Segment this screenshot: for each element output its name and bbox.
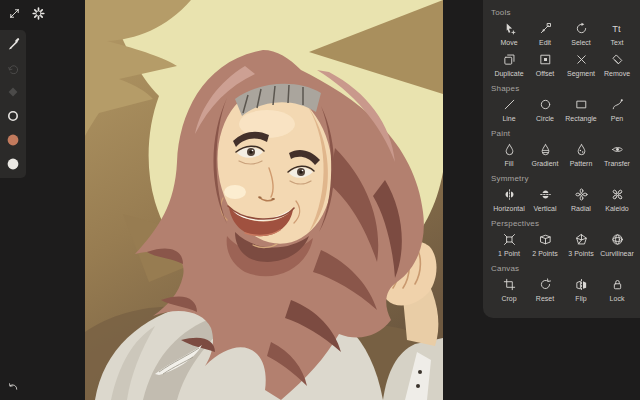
eraser-button[interactable]: [5, 84, 21, 100]
tool-duplicate[interactable]: Duplicate: [491, 50, 527, 81]
p3-icon: [575, 233, 588, 246]
tool-pen[interactable]: Pen: [599, 95, 635, 126]
tool-label: Remove: [604, 70, 630, 77]
sym_h-icon: [503, 188, 516, 201]
tool-label: Gradient: [532, 160, 559, 167]
section-header-tools: Tools: [491, 8, 635, 17]
section-header-paint: Paint: [491, 129, 635, 138]
tool-label: 1 Point: [498, 250, 520, 257]
tool-label: Transfer: [604, 160, 630, 167]
kaleido-icon: [611, 188, 624, 201]
tool-label: Horizontal: [493, 205, 525, 212]
tool-rectangle[interactable]: Rectangle: [563, 95, 599, 126]
tool-circle[interactable]: Circle: [527, 95, 563, 126]
tool-label: Radial: [571, 205, 591, 212]
settings-button[interactable]: [30, 5, 47, 22]
tool-1-point[interactable]: 1 Point: [491, 230, 527, 261]
tool-transfer[interactable]: Transfer: [599, 140, 635, 171]
tool-curvilinear[interactable]: Curvilinear: [599, 230, 635, 261]
lock-icon: [611, 278, 624, 291]
tool-label: Fill: [505, 160, 514, 167]
duplicate-icon: [503, 53, 516, 66]
tool-reset[interactable]: Reset: [527, 275, 563, 306]
tool-horizontal[interactable]: Horizontal: [491, 185, 527, 216]
ring-icon: [6, 109, 20, 123]
text-icon: Tt: [611, 22, 624, 35]
tool-select[interactable]: Select: [563, 19, 599, 50]
move-icon: [503, 22, 516, 35]
tool-label: Lock: [610, 295, 625, 302]
line-icon: [503, 98, 516, 111]
tool-fill[interactable]: Fill: [491, 140, 527, 171]
radial-icon: [575, 188, 588, 201]
section-header-canvas: Canvas: [491, 264, 635, 273]
drawing-canvas[interactable]: [85, 0, 443, 400]
tool-label: Edit: [539, 39, 551, 46]
tool-2-points[interactable]: 2 Points: [527, 230, 563, 261]
section-grid-canvas: CropResetFlipLock: [491, 275, 635, 306]
pen-icon: [611, 98, 624, 111]
crop-icon: [503, 278, 516, 291]
tool-label: Crop: [501, 295, 516, 302]
tool-label: 2 Points: [532, 250, 557, 257]
section-grid-paint: FillGradientPatternTransfer: [491, 140, 635, 171]
color-primary-button[interactable]: [5, 132, 21, 148]
tool-label: Pattern: [570, 160, 593, 167]
tool-pattern[interactable]: Pattern: [563, 140, 599, 171]
vector-drawing-app: ToolsMoveEditSelectTtTextDuplicateOffset…: [0, 0, 640, 400]
tool-label: 3 Points: [568, 250, 593, 257]
tool-flip[interactable]: Flip: [563, 275, 599, 306]
stroke-width-button[interactable]: [5, 108, 21, 124]
tool-label: Kaleido: [605, 205, 628, 212]
tool-label: Text: [611, 39, 624, 46]
tool-label: Segment: [567, 70, 595, 77]
tool-move[interactable]: Move: [491, 19, 527, 50]
gear-icon: [32, 7, 45, 20]
tool-lock[interactable]: Lock: [599, 275, 635, 306]
pattern-icon: [575, 143, 588, 156]
section-grid-tools: MoveEditSelectTtTextDuplicateOffsetSegme…: [491, 19, 635, 81]
tool-crop[interactable]: Crop: [491, 275, 527, 306]
redo-button[interactable]: [5, 60, 21, 76]
gradient-icon: [539, 143, 552, 156]
tool-segment[interactable]: Segment: [563, 50, 599, 81]
brush-button[interactable]: [5, 36, 21, 52]
tool-label: Circle: [536, 115, 554, 122]
curvi-icon: [611, 233, 624, 246]
collapse-button[interactable]: [6, 5, 23, 22]
tool-radial[interactable]: Radial: [563, 185, 599, 216]
tool-vertical[interactable]: Vertical: [527, 185, 563, 216]
reset-icon: [539, 278, 552, 291]
brush-icon: [6, 37, 20, 51]
tool-label: Curvilinear: [600, 250, 633, 257]
fill-icon: [503, 143, 516, 156]
color-secondary-button[interactable]: [5, 156, 21, 172]
section-grid-symmetry: HorizontalVerticalRadialKaleido: [491, 185, 635, 216]
transfer-icon: [611, 143, 624, 156]
tool-edit[interactable]: Edit: [527, 19, 563, 50]
tool-offset[interactable]: Offset: [527, 50, 563, 81]
sym_v-icon: [539, 188, 552, 201]
tool-gradient[interactable]: Gradient: [527, 140, 563, 171]
tool-label: Reset: [536, 295, 554, 302]
tool-remove[interactable]: Remove: [599, 50, 635, 81]
swatch-icon: [6, 133, 20, 147]
tool-label: Flip: [575, 295, 586, 302]
rectangle-icon: [575, 98, 588, 111]
tool-label: Offset: [536, 70, 555, 77]
tool-line[interactable]: Line: [491, 95, 527, 126]
section-header-perspectives: Perspectives: [491, 219, 635, 228]
segment-icon: [575, 53, 588, 66]
circle-icon: [539, 98, 552, 111]
flip-icon: [575, 278, 588, 291]
section-grid-perspectives: 1 Point2 Points3 PointsCurvilinear: [491, 230, 635, 261]
tool-text[interactable]: TtText: [599, 19, 635, 50]
offset-icon: [539, 53, 552, 66]
p1-icon: [503, 233, 516, 246]
tool-label: Vertical: [534, 205, 557, 212]
redo-icon: [6, 61, 20, 75]
tool-3-points[interactable]: 3 Points: [563, 230, 599, 261]
tool-kaleido[interactable]: Kaleido: [599, 185, 635, 216]
undo-button[interactable]: [6, 379, 22, 393]
select-icon: [575, 22, 588, 35]
